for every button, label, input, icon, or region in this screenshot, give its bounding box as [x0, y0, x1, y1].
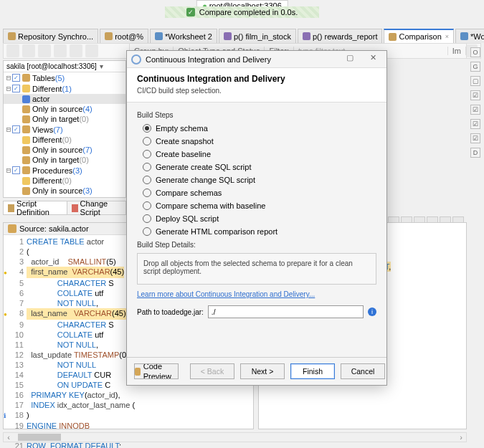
change-icon — [72, 204, 78, 212]
sidebar-icon[interactable]: ☑ — [470, 133, 480, 143]
scroll-thumb[interactable] — [18, 434, 61, 441]
sidebar-icon[interactable]: ☑ — [470, 105, 480, 115]
editor-tab[interactable]: *Worksheet 3 — [455, 29, 484, 43]
code-icon — [135, 368, 141, 376]
tab-icon — [224, 32, 232, 40]
group-details: Build Step Details: — [137, 241, 376, 249]
tree-node[interactable]: ⊟✓Tables (5) — [4, 72, 125, 83]
toolbar-button[interactable] — [6, 44, 19, 57]
table-icon — [8, 224, 16, 233]
editor-tab[interactable]: p() film_in_stock — [219, 29, 296, 43]
tree-node[interactable]: Only in target (0) — [4, 114, 125, 124]
code-preview-button[interactable]: Code Preview — [134, 363, 179, 379]
ci-cd-dialog: Continuous Integration and Delivery ▢ ✕ … — [126, 50, 387, 386]
tab-icon — [8, 32, 16, 40]
compare-banner: ✓ Compare completed in 0.0s. — [0, 0, 484, 24]
radio-icon — [143, 163, 151, 171]
check-icon: ✓ — [186, 8, 195, 16]
editor-tab[interactable]: Comparison× — [384, 29, 454, 43]
close-icon[interactable]: × — [445, 33, 449, 40]
editor-tabs: Repository Synchro...root@%*Worksheet 2p… — [3, 29, 481, 43]
editor-tab[interactable]: Repository Synchro... — [3, 29, 98, 43]
radio-icon — [143, 214, 151, 223]
sidebar-icon[interactable]: ▢ — [470, 76, 480, 86]
toolbar-button[interactable] — [38, 44, 51, 57]
tree-node[interactable]: Different (0) — [4, 176, 125, 186]
tree-node[interactable]: Only in source (3) — [4, 186, 125, 196]
sidebar-icon[interactable]: ☑ — [470, 119, 480, 129]
radio-icon — [143, 176, 151, 184]
radio-icon — [143, 137, 151, 146]
tab-icon — [105, 32, 113, 40]
dialog-icon — [131, 54, 141, 65]
editor-tab[interactable]: root@% — [100, 29, 148, 43]
script-icon — [8, 204, 14, 212]
radio-icon — [143, 150, 151, 158]
next-button[interactable]: Next > — [240, 363, 285, 379]
group-build-steps: Build Steps — [137, 111, 376, 119]
dialog-titlebar[interactable]: Continuous Integration and Delivery ▢ ✕ — [127, 51, 386, 68]
dialog-header: Continuous Integration and Delivery CI/C… — [127, 68, 386, 103]
build-step-radio[interactable]: Compare schemas — [137, 186, 376, 199]
build-step-radio[interactable]: Empty schema — [137, 122, 376, 135]
horizontal-scrollbar[interactable]: ‹ › — [3, 432, 467, 442]
right-sidebar: O G ▢ ☑ ☑ ☑ ☑ D — [468, 43, 483, 158]
build-step-radio[interactable]: Generate change SQL script — [137, 173, 376, 186]
sidebar-icon[interactable]: D — [470, 148, 480, 158]
sidebar-icon[interactable]: ☑ — [470, 90, 480, 100]
toolbar-button[interactable] — [70, 44, 82, 57]
editor-tab[interactable]: *Worksheet 2 — [150, 29, 217, 43]
radio-icon — [143, 124, 151, 133]
build-step-radio[interactable]: Compare schema with baseline — [137, 199, 376, 212]
banner-message: Compare completed in 0.0s. — [199, 8, 298, 16]
sidebar-icon[interactable]: G — [470, 62, 480, 72]
close-button[interactable]: ✕ — [364, 53, 382, 66]
dialog-heading: Continuous Integration and Delivery — [137, 74, 376, 84]
toolbar-button[interactable] — [54, 44, 67, 57]
tab-icon — [303, 32, 310, 40]
build-step-radio[interactable]: Generate create SQL script — [137, 161, 376, 173]
learn-more-link[interactable]: Learn more about Continuous Integration … — [137, 290, 315, 298]
toolbar-button[interactable] — [22, 44, 35, 57]
path-input[interactable] — [208, 305, 364, 318]
back-button: < Back — [190, 363, 234, 379]
dialog-subtitle: CI/CD build step selection. — [137, 87, 376, 95]
radio-icon — [143, 189, 151, 197]
finish-button[interactable]: Finish — [290, 363, 335, 379]
dialog-title: Continuous Integration and Delivery — [146, 55, 271, 64]
tab-script-definition[interactable]: Script Definition — [4, 201, 67, 214]
scroll-left-icon[interactable]: ‹ — [4, 433, 14, 442]
scroll-right-icon[interactable]: › — [456, 433, 466, 442]
object-tree[interactable]: sakila [root@localhost:3306] ⊟✓Tables (5… — [3, 60, 126, 198]
sidebar-icon[interactable]: O — [470, 47, 480, 57]
tree-node[interactable]: ⊟✓Views (7) — [4, 124, 125, 135]
editor-tab[interactable]: p() rewards_report — [298, 29, 382, 43]
build-step-radio[interactable]: Create snapshot — [137, 135, 376, 148]
info-icon[interactable]: i — [368, 308, 376, 316]
path-label: Path to toadedge.jar: — [137, 308, 204, 316]
tree-node[interactable]: Only in source (7) — [4, 145, 125, 155]
details-text: Drop all objects from the selected schem… — [137, 253, 376, 285]
script-tabs: Script Definition Change Script — [3, 201, 126, 215]
cancel-button[interactable]: Cancel — [341, 363, 385, 379]
build-step-radio[interactable]: Deploy SQL script — [137, 212, 376, 225]
build-step-radio[interactable]: Create baseline — [137, 148, 376, 161]
radio-icon — [143, 227, 151, 236]
tab-change-script[interactable]: Change Script — [67, 201, 125, 214]
radio-icon — [143, 201, 151, 210]
tree-node[interactable]: Only in target (0) — [4, 155, 125, 165]
tree-node[interactable]: Only in source (4) — [4, 104, 125, 114]
tree-node[interactable]: ⊟✓Different (1) — [4, 83, 125, 94]
maximize-button[interactable]: ▢ — [341, 53, 359, 66]
tab-icon — [460, 32, 468, 40]
connection-combo[interactable]: sakila [root@localhost:3306] — [4, 61, 125, 72]
tree-node[interactable]: Only in target (0) — [4, 196, 125, 198]
tab-icon — [389, 33, 397, 41]
toolbar-button[interactable] — [85, 44, 98, 57]
tree-node[interactable]: Different (0) — [4, 135, 125, 145]
tree-node[interactable]: ⊟✓Procedures (3) — [4, 165, 125, 176]
tree-node[interactable]: actor — [4, 94, 125, 104]
tab-icon — [155, 32, 163, 40]
build-step-radio[interactable]: Generate HTML comparison report — [137, 225, 376, 238]
